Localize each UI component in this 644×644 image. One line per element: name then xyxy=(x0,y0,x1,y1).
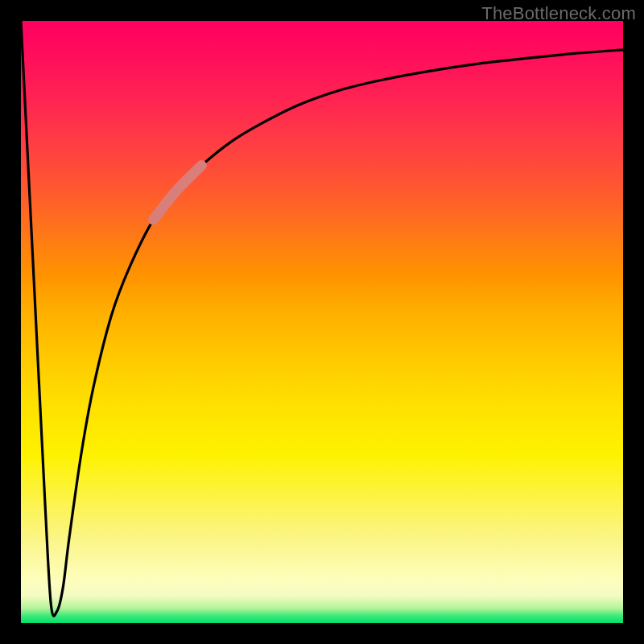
curve-layer xyxy=(21,21,623,623)
chart-frame: TheBottleneck.com xyxy=(0,0,644,644)
bottleneck-curve xyxy=(21,21,623,616)
plot-area xyxy=(21,21,623,623)
attribution-label: TheBottleneck.com xyxy=(481,3,636,24)
highlight-segment xyxy=(154,166,202,220)
